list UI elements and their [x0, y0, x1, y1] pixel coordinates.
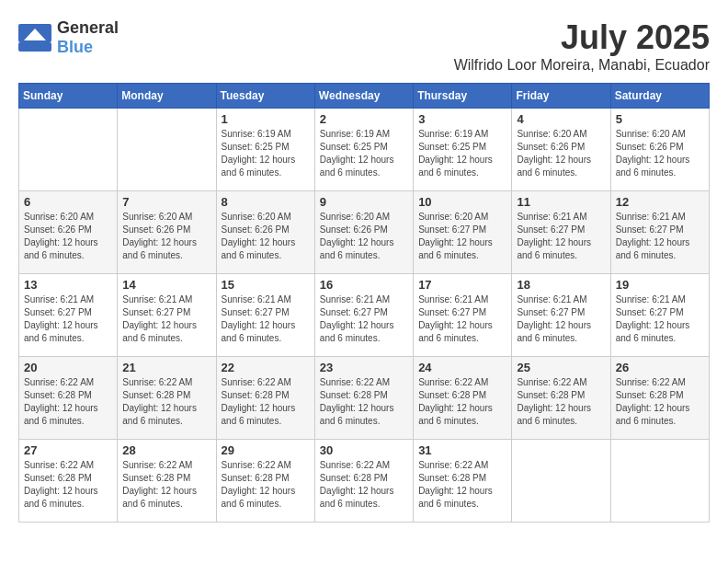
day-info: Sunrise: 6:21 AM Sunset: 6:27 PM Dayligh… [517, 211, 605, 262]
day-number: 3 [418, 112, 506, 126]
day-info: Sunrise: 6:21 AM Sunset: 6:27 PM Dayligh… [122, 293, 210, 345]
day-info: Sunrise: 6:20 AM Sunset: 6:26 PM Dayligh… [517, 128, 605, 179]
day-number: 10 [418, 195, 506, 209]
table-row [19, 109, 118, 191]
logo-icon [18, 24, 51, 52]
table-row: 16Sunrise: 6:21 AM Sunset: 6:27 PM Dayli… [314, 274, 413, 357]
day-info: Sunrise: 6:20 AM Sunset: 6:26 PM Dayligh… [616, 128, 704, 179]
table-row: 20Sunrise: 6:22 AM Sunset: 6:28 PM Dayli… [19, 357, 118, 440]
day-number: 24 [418, 361, 506, 374]
day-info: Sunrise: 6:19 AM Sunset: 6:25 PM Dayligh… [320, 128, 408, 179]
day-number: 28 [122, 443, 210, 457]
day-info: Sunrise: 6:19 AM Sunset: 6:25 PM Dayligh… [222, 128, 310, 179]
col-wednesday: Wednesday [314, 84, 413, 109]
day-info: Sunrise: 6:22 AM Sunset: 6:28 PM Dayligh… [122, 459, 210, 511]
table-row: 11Sunrise: 6:21 AM Sunset: 6:27 PM Dayli… [512, 191, 610, 274]
day-info: Sunrise: 6:22 AM Sunset: 6:28 PM Dayligh… [418, 459, 506, 511]
table-row: 2Sunrise: 6:19 AM Sunset: 6:25 PM Daylig… [314, 109, 413, 191]
table-row: 12Sunrise: 6:21 AM Sunset: 6:27 PM Dayli… [610, 191, 709, 274]
day-info: Sunrise: 6:21 AM Sunset: 6:27 PM Dayligh… [24, 293, 112, 345]
table-row: 28Sunrise: 6:22 AM Sunset: 6:28 PM Dayli… [118, 440, 216, 523]
page-header: General Blue July 2025 Wilfrido Loor Mor… [18, 18, 710, 74]
day-info: Sunrise: 6:20 AM Sunset: 6:26 PM Dayligh… [320, 211, 408, 262]
day-number: 2 [320, 112, 408, 126]
table-row: 8Sunrise: 6:20 AM Sunset: 6:26 PM Daylig… [216, 191, 314, 274]
calendar-week-4: 20Sunrise: 6:22 AM Sunset: 6:28 PM Dayli… [19, 357, 710, 440]
table-row: 24Sunrise: 6:22 AM Sunset: 6:28 PM Dayli… [414, 357, 512, 440]
day-number: 11 [517, 195, 605, 209]
table-row: 7Sunrise: 6:20 AM Sunset: 6:26 PM Daylig… [118, 191, 216, 274]
day-number: 13 [24, 278, 112, 292]
day-number: 9 [320, 195, 408, 209]
day-info: Sunrise: 6:22 AM Sunset: 6:28 PM Dayligh… [616, 376, 704, 428]
day-number: 7 [122, 195, 210, 209]
table-row: 18Sunrise: 6:21 AM Sunset: 6:27 PM Dayli… [512, 274, 610, 357]
col-saturday: Saturday [610, 84, 709, 109]
table-row [118, 109, 216, 191]
day-info: Sunrise: 6:22 AM Sunset: 6:28 PM Dayligh… [122, 376, 210, 428]
month-title: July 2025 [454, 18, 710, 57]
day-info: Sunrise: 6:20 AM Sunset: 6:26 PM Dayligh… [122, 211, 210, 262]
day-info: Sunrise: 6:20 AM Sunset: 6:26 PM Dayligh… [24, 211, 112, 262]
col-tuesday: Tuesday [216, 84, 314, 109]
day-number: 4 [517, 112, 605, 126]
table-row: 26Sunrise: 6:22 AM Sunset: 6:28 PM Dayli… [610, 357, 709, 440]
day-info: Sunrise: 6:21 AM Sunset: 6:27 PM Dayligh… [222, 293, 310, 345]
day-info: Sunrise: 6:22 AM Sunset: 6:28 PM Dayligh… [24, 376, 112, 428]
day-number: 31 [418, 443, 506, 457]
col-friday: Friday [512, 84, 610, 109]
table-row [610, 440, 709, 523]
table-row: 17Sunrise: 6:21 AM Sunset: 6:27 PM Dayli… [414, 274, 512, 357]
day-number: 26 [616, 361, 704, 374]
table-row: 15Sunrise: 6:21 AM Sunset: 6:27 PM Dayli… [216, 274, 314, 357]
table-row [512, 440, 610, 523]
table-row: 14Sunrise: 6:21 AM Sunset: 6:27 PM Dayli… [118, 274, 216, 357]
calendar-week-1: 1Sunrise: 6:19 AM Sunset: 6:25 PM Daylig… [19, 109, 710, 191]
day-number: 1 [222, 112, 310, 126]
table-row: 29Sunrise: 6:22 AM Sunset: 6:28 PM Dayli… [216, 440, 314, 523]
calendar-week-5: 27Sunrise: 6:22 AM Sunset: 6:28 PM Dayli… [19, 440, 710, 523]
table-row: 25Sunrise: 6:22 AM Sunset: 6:28 PM Dayli… [512, 357, 610, 440]
table-row: 5Sunrise: 6:20 AM Sunset: 6:26 PM Daylig… [610, 109, 709, 191]
col-monday: Monday [118, 84, 216, 109]
day-number: 12 [616, 195, 704, 209]
day-number: 30 [320, 443, 408, 457]
day-number: 22 [222, 361, 310, 374]
table-row: 27Sunrise: 6:22 AM Sunset: 6:28 PM Dayli… [19, 440, 118, 523]
day-number: 18 [517, 278, 605, 292]
title-area: July 2025 Wilfrido Loor Moreira, Manabi,… [454, 18, 710, 74]
day-info: Sunrise: 6:21 AM Sunset: 6:27 PM Dayligh… [418, 293, 506, 345]
table-row: 6Sunrise: 6:20 AM Sunset: 6:26 PM Daylig… [19, 191, 118, 274]
svg-rect-2 [18, 42, 51, 52]
day-info: Sunrise: 6:22 AM Sunset: 6:28 PM Dayligh… [222, 376, 310, 428]
day-info: Sunrise: 6:21 AM Sunset: 6:27 PM Dayligh… [320, 293, 408, 345]
calendar-week-3: 13Sunrise: 6:21 AM Sunset: 6:27 PM Dayli… [19, 274, 710, 357]
day-number: 19 [616, 278, 704, 292]
day-info: Sunrise: 6:22 AM Sunset: 6:28 PM Dayligh… [517, 376, 605, 428]
day-info: Sunrise: 6:22 AM Sunset: 6:28 PM Dayligh… [320, 376, 408, 428]
table-row: 4Sunrise: 6:20 AM Sunset: 6:26 PM Daylig… [512, 109, 610, 191]
table-row: 22Sunrise: 6:22 AM Sunset: 6:28 PM Dayli… [216, 357, 314, 440]
day-number: 23 [320, 361, 408, 374]
location-title: Wilfrido Loor Moreira, Manabi, Ecuador [454, 57, 710, 74]
table-row: 23Sunrise: 6:22 AM Sunset: 6:28 PM Dayli… [314, 357, 413, 440]
day-info: Sunrise: 6:20 AM Sunset: 6:27 PM Dayligh… [418, 211, 506, 262]
col-sunday: Sunday [19, 84, 118, 109]
day-number: 14 [122, 278, 210, 292]
table-row: 13Sunrise: 6:21 AM Sunset: 6:27 PM Dayli… [19, 274, 118, 357]
logo-text: General Blue [57, 18, 119, 57]
day-number: 5 [616, 112, 704, 126]
table-row: 1Sunrise: 6:19 AM Sunset: 6:25 PM Daylig… [216, 109, 314, 191]
day-info: Sunrise: 6:22 AM Sunset: 6:28 PM Dayligh… [24, 459, 112, 511]
logo-general: General [57, 18, 119, 37]
calendar-header-row: Sunday Monday Tuesday Wednesday Thursday… [19, 84, 710, 109]
calendar-table: Sunday Monday Tuesday Wednesday Thursday… [18, 83, 710, 523]
day-info: Sunrise: 6:21 AM Sunset: 6:27 PM Dayligh… [517, 293, 605, 345]
day-number: 15 [222, 278, 310, 292]
table-row: 9Sunrise: 6:20 AM Sunset: 6:26 PM Daylig… [314, 191, 413, 274]
table-row: 21Sunrise: 6:22 AM Sunset: 6:28 PM Dayli… [118, 357, 216, 440]
day-number: 8 [222, 195, 310, 209]
day-info: Sunrise: 6:22 AM Sunset: 6:28 PM Dayligh… [320, 459, 408, 511]
day-number: 16 [320, 278, 408, 292]
table-row: 19Sunrise: 6:21 AM Sunset: 6:27 PM Dayli… [610, 274, 709, 357]
